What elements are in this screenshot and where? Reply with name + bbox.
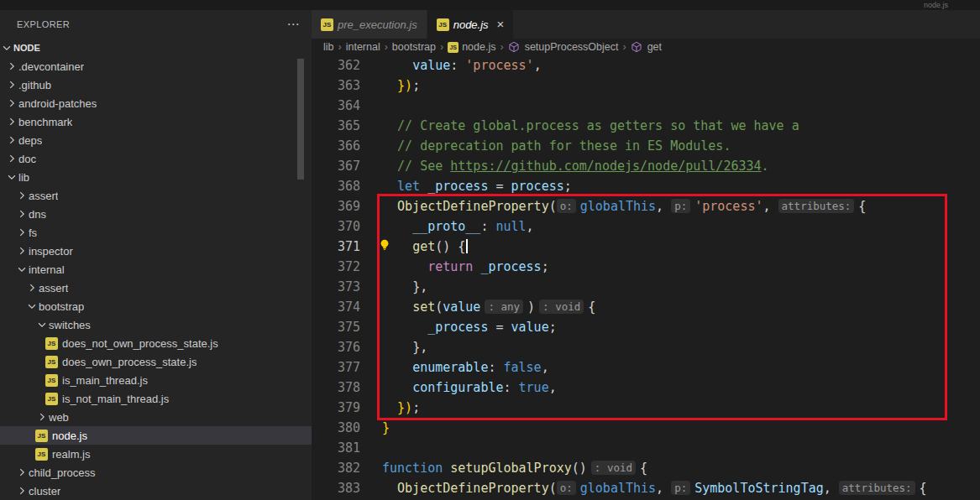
code-token: _process (480, 259, 541, 274)
code-line-371[interactable]: 371 get() { (312, 237, 980, 257)
code-token: , (824, 481, 839, 496)
code-line-382[interactable]: 382function setupGlobalProxy(): void{ (312, 458, 980, 478)
chevron-right-icon (15, 189, 29, 202)
tree-item-.devcontainer[interactable]: .devcontainer (0, 57, 312, 76)
tab-pre_execution.js[interactable]: JSpre_execution.js (312, 10, 427, 39)
tree-item-assert[interactable]: assert (0, 186, 312, 205)
tree-item-does_not_own_process_state.js[interactable]: JSdoes_not_own_process_state.js (0, 334, 312, 352)
code-text: let _process = process; (360, 179, 572, 194)
code-line-363[interactable]: 363 }); (312, 76, 980, 96)
tree-item-label: lib (18, 171, 29, 184)
code-text: configurable: true, (360, 380, 557, 395)
breadcrumb-item-setupProcessObject[interactable]: setupProcessObject (508, 41, 619, 53)
code-line-364[interactable]: 364 (312, 96, 980, 116)
line-number: 379 (312, 400, 360, 415)
line-number: 368 (312, 179, 360, 194)
tree-item-is_not_main_thread.js[interactable]: JSis_not_main_thread.js (0, 389, 312, 408)
code-line-369[interactable]: 369 ObjectDefineProperty(o:globalThis, p… (312, 196, 980, 216)
code-line-373[interactable]: 373 }, (312, 277, 980, 297)
breadcrumb-label: lib (323, 41, 334, 53)
code-token: ( (549, 199, 557, 214)
symbol-method-icon (631, 41, 645, 53)
file-tree: .devcontainer.githubandroid-patchesbench… (0, 57, 312, 500)
tree-item-android-patches[interactable]: android-patches (0, 94, 312, 112)
tree-item-realm.js[interactable]: JSrealm.js (0, 445, 312, 463)
code-token: , (656, 199, 671, 214)
tree-item-benchmark[interactable]: benchmark (0, 112, 312, 131)
tree-item-bootstrap[interactable]: bootstrap (0, 297, 312, 315)
tree-item-cluster[interactable]: cluster (0, 482, 312, 500)
code-line-374[interactable]: 374 set(value: any): void{ (312, 297, 980, 317)
js-file-icon: JS (45, 393, 58, 405)
chevron-right-icon (35, 410, 49, 424)
tree-item-node.js[interactable]: JSnode.js (0, 426, 312, 445)
code-line-372[interactable]: 372 return _process; (312, 257, 980, 277)
code-line-375[interactable]: 375 _process = value; (312, 317, 980, 337)
breadcrumb-item-get[interactable]: get (631, 41, 662, 53)
code-token: = (488, 179, 511, 194)
code-line-366[interactable]: 366 // deprecation path for these in ES … (312, 136, 980, 156)
code-token: ( (435, 299, 443, 315)
line-number: 373 (312, 279, 360, 294)
code-text: ObjectDefineProperty(o:globalThis, p:Sym… (360, 481, 927, 496)
tree-item-.github[interactable]: .github (0, 76, 312, 94)
tab-close-icon[interactable]: × (497, 18, 505, 30)
breadcrumb-item-internal[interactable]: internal (346, 41, 380, 53)
more-actions-icon[interactable]: ⋯ (287, 20, 300, 29)
code-text: value: 'process', (360, 58, 542, 73)
code-line-383[interactable]: 383 ObjectDefineProperty(o:globalThis, p… (312, 478, 980, 498)
breadcrumb-item-node.js[interactable]: JSnode.js (448, 41, 495, 53)
tree-item-switches[interactable]: switches (0, 315, 312, 334)
code-line-368[interactable]: 368 let _process = process; (312, 176, 980, 196)
lightbulb-icon[interactable] (378, 238, 391, 252)
code-line-367[interactable]: 367 // See https://github.com/nodejs/nod… (312, 156, 980, 176)
tab-node.js[interactable]: JSnode.js× (427, 10, 515, 39)
code-line-365[interactable]: 365 // Create global.process as getters … (312, 116, 980, 136)
tree-item-fs[interactable]: fs (0, 223, 312, 242)
tree-item-deps[interactable]: deps (0, 131, 312, 149)
editor[interactable]: 362 value: 'process',363 });364365 // Cr… (312, 55, 980, 500)
tree-item-label: assert (29, 190, 58, 202)
js-file-icon: JS (35, 448, 48, 461)
tree-item-label: bootstrap (39, 300, 84, 313)
breadcrumb-item-lib[interactable]: lib (323, 41, 334, 53)
code-text: }); (360, 78, 420, 93)
tree-item-label: benchmark (18, 116, 72, 128)
breadcrumb-item-bootstrap[interactable]: bootstrap (392, 41, 436, 53)
inlay-hint: p: (671, 199, 690, 213)
code-token (382, 259, 427, 274)
sidebar-scrollbar[interactable] (297, 59, 304, 180)
code-line-379[interactable]: 379 }); (312, 398, 980, 418)
code-line-380[interactable]: 380} (312, 418, 980, 438)
code-token: get (412, 239, 435, 254)
tree-item-doc[interactable]: doc (0, 149, 312, 168)
tree-item-child_process[interactable]: child_process (0, 463, 312, 482)
code-token: ( (549, 481, 557, 496)
code-line-370[interactable]: 370 __proto__: null, (312, 216, 980, 237)
code-line-381[interactable]: 381 (312, 438, 980, 458)
tree-item-does_own_process_state.js[interactable]: JSdoes_own_process_state.js (0, 352, 312, 371)
line-number: 383 (312, 481, 360, 496)
section-header-node[interactable]: NODE (0, 39, 312, 57)
code-line-376[interactable]: 376 }, (312, 337, 980, 357)
js-file-icon: JS (437, 18, 449, 31)
line-number: 378 (312, 380, 360, 395)
inlay-hint: : void (591, 461, 636, 475)
code-line-378[interactable]: 378 configurable: true, (312, 378, 980, 398)
tree-item-web[interactable]: web (0, 408, 312, 426)
tree-item-lib[interactable]: lib (0, 168, 312, 186)
line-number: 374 (312, 299, 360, 315)
line-number: 377 (312, 360, 360, 375)
tree-item-inspector[interactable]: inspector (0, 242, 312, 260)
code-token: ObjectDefineProperty (397, 199, 549, 214)
code-token (382, 380, 412, 395)
tree-item-internal[interactable]: internal (0, 260, 312, 279)
tree-item-assert[interactable]: assert (0, 279, 312, 297)
code-line-362[interactable]: 362 value: 'process', (312, 55, 980, 76)
editor-group: JSpre_execution.jsJSnode.js× lib›interna… (312, 10, 980, 500)
code-token: 'process' (465, 58, 533, 73)
tree-item-is_main_thread.js[interactable]: JSis_main_thread.js (0, 371, 312, 389)
tree-item-dns[interactable]: dns (0, 205, 312, 223)
code-line-377[interactable]: 377 enumerable: false, (312, 357, 980, 378)
explorer-header: EXPLORER ⋯ (0, 10, 312, 39)
